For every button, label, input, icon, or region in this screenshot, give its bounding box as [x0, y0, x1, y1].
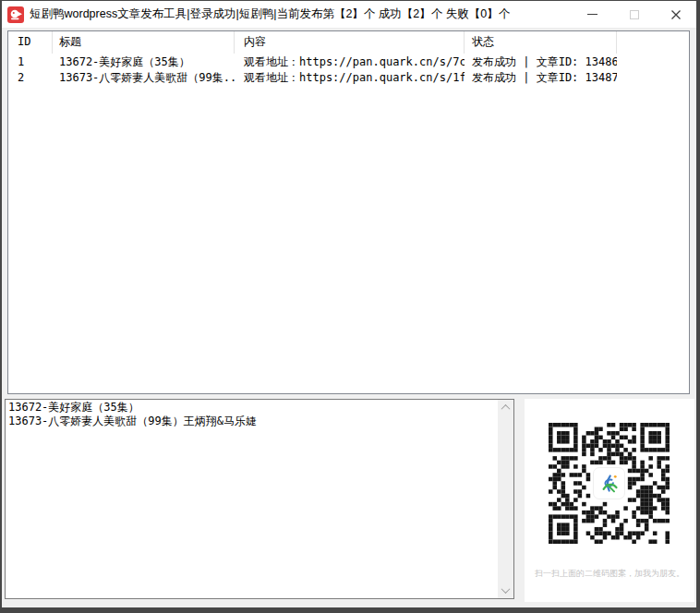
article-table: ID 标题 内容 状态 1 13672-美好家庭（35集） 观看地址：https…	[7, 30, 690, 394]
qr-panel: 扫一扫上面的二维码图案，加我为朋友。	[525, 399, 694, 602]
column-header-title[interactable]: 标题	[53, 31, 235, 54]
close-icon	[670, 9, 682, 20]
qr-center-logo-icon	[593, 467, 625, 499]
column-header-id[interactable]: ID	[8, 31, 53, 54]
column-header-filler	[617, 31, 689, 54]
cell-status: 发布成功 | 文章ID: 13487	[465, 70, 617, 86]
cell-status: 发布成功 | 文章ID: 13486	[465, 54, 617, 70]
maximize-button[interactable]	[613, 1, 655, 29]
cell-content: 观看地址：https://pan.quark.cn/s/1f...	[235, 70, 465, 86]
cell-id: 2	[8, 70, 53, 86]
table-body: 1 13672-美好家庭（35集） 观看地址：https://pan.quark…	[8, 54, 689, 86]
log-textarea[interactable]: 13672-美好家庭（35集） 13673-八零娇妻人美歌甜（99集）王炳翔&马…	[5, 399, 514, 599]
close-button[interactable]	[655, 1, 696, 29]
qr-caption: 扫一扫上面的二维码图案，加我为朋友。	[525, 568, 694, 580]
table-row[interactable]: 1 13672-美好家庭（35集） 观看地址：https://pan.quark…	[8, 54, 689, 70]
window-controls	[572, 1, 696, 29]
scroll-down-button[interactable]	[498, 583, 513, 598]
chevron-down-icon	[501, 584, 511, 594]
table-row[interactable]: 2 13673-八零娇妻人美歌甜（99集... 观看地址：https://pan…	[8, 70, 689, 86]
chevron-up-icon	[501, 404, 511, 414]
log-text: 13672-美好家庭（35集） 13673-八零娇妻人美歌甜（99集）王炳翔&马…	[8, 401, 495, 596]
duck-logo-icon[interactable]	[7, 6, 24, 23]
scroll-up-button[interactable]	[498, 400, 513, 415]
qr-code-image	[549, 423, 670, 544]
cell-content: 观看地址：https://pan.quark.cn/s/7c...	[235, 54, 465, 70]
cell-id: 1	[8, 54, 53, 70]
column-header-status[interactable]: 状态	[465, 31, 617, 54]
minimize-button[interactable]	[572, 1, 613, 29]
cell-title: 13673-八零娇妻人美歌甜（99集...	[53, 70, 235, 86]
column-header-content[interactable]: 内容	[235, 31, 465, 54]
cell-title: 13672-美好家庭（35集）	[53, 54, 235, 70]
table-header: ID 标题 内容 状态	[8, 31, 689, 54]
app-window: 短剧鸭wordpress文章发布工具|登录成功|短剧鸭|当前发布第【2】个 成功…	[0, 0, 700, 613]
maximize-icon	[630, 10, 639, 19]
log-scrollbar[interactable]	[498, 400, 513, 598]
titlebar[interactable]: 短剧鸭wordpress文章发布工具|登录成功|短剧鸭|当前发布第【2】个 成功…	[2, 1, 696, 29]
window-title: 短剧鸭wordpress文章发布工具|登录成功|短剧鸭|当前发布第【2】个 成功…	[30, 6, 572, 22]
minimize-icon	[587, 14, 597, 15]
